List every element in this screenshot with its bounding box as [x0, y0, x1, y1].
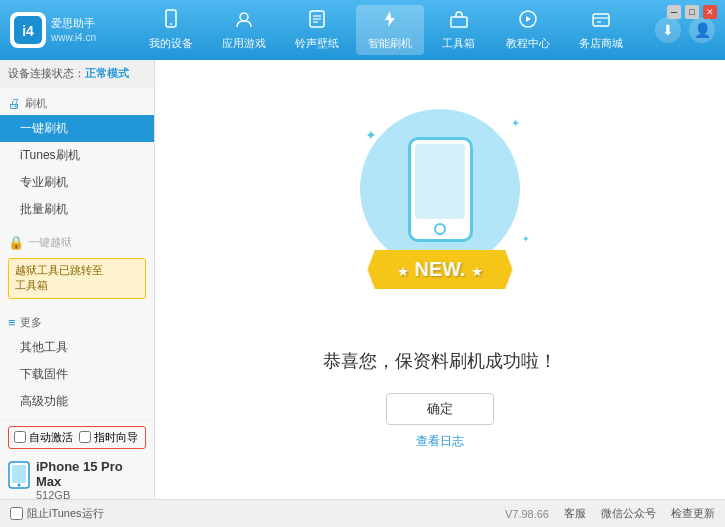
nav-item-smart-flash[interactable]: 智能刷机	[356, 5, 424, 55]
footer-right: V7.98.66 客服 微信公众号 检查更新	[505, 506, 715, 521]
phone-circle	[360, 109, 520, 269]
status-label: 设备连接状态：	[8, 67, 85, 79]
svg-point-15	[18, 483, 21, 486]
device-storage: 512GB	[36, 489, 146, 499]
auto-activate-input[interactable]	[14, 431, 26, 443]
footer-check-update[interactable]: 检查更新	[671, 506, 715, 521]
device-icon	[161, 9, 181, 34]
success-message: 恭喜您，保资料刷机成功啦！	[323, 349, 557, 373]
flash-section-label: 刷机	[25, 96, 47, 111]
sidebar-item-pro-flash[interactable]: 专业刷机	[0, 169, 154, 196]
nav-item-service[interactable]: 务店商城	[567, 5, 635, 55]
nav-item-toolbox[interactable]: 工具箱	[429, 5, 489, 55]
download-button[interactable]: ⬇	[655, 17, 681, 43]
minimize-button[interactable]: ─	[667, 5, 681, 19]
logo-text: 爱思助手 www.i4.cn	[51, 16, 96, 43]
flash-section-icon: 🖨	[8, 96, 21, 111]
auto-activate-row: 自动激活 指时向导	[8, 426, 146, 449]
footer-wechat[interactable]: 微信公众号	[601, 506, 656, 521]
close-button[interactable]: ✕	[703, 5, 717, 19]
maximize-button[interactable]: □	[685, 5, 699, 19]
sidebar-bottom: 自动激活 指时向导 iPhone 15 Pro Max 51	[0, 419, 154, 499]
new-star-left: ★	[398, 265, 409, 279]
flash-section-header: 🖨 刷机	[0, 92, 154, 115]
sidebar-item-one-key-flash[interactable]: 一键刷机	[0, 115, 154, 142]
time-guide-input[interactable]	[79, 431, 91, 443]
footer-customer-service[interactable]: 客服	[564, 506, 586, 521]
header-right: ⬇ 👤	[655, 17, 715, 43]
nav-label-my-device: 我的设备	[149, 36, 193, 51]
more-section-header: ≡ 更多	[0, 311, 154, 334]
confirm-button[interactable]: 确定	[386, 393, 494, 425]
nav-label-smart-flash: 智能刷机	[368, 36, 412, 51]
sidebar-status: 设备连接状态：正常模式	[0, 60, 154, 88]
time-guide-checkbox[interactable]: 指时向导	[79, 430, 138, 445]
sidebar-item-itunes-flash[interactable]: iTunes刷机	[0, 142, 154, 169]
svg-rect-11	[593, 14, 609, 26]
nav-label-tutorial: 教程中心	[506, 36, 550, 51]
sidebar-item-advanced[interactable]: 高级功能	[0, 388, 154, 415]
nav-label-service: 务店商城	[579, 36, 623, 51]
logo-icon: i4	[10, 12, 46, 48]
device-item: iPhone 15 Pro Max 512GB iPhone	[8, 455, 146, 499]
flash-section: 🖨 刷机 一键刷机 iTunes刷机 专业刷机 批量刷机	[0, 88, 154, 227]
phone-screen	[415, 144, 465, 219]
new-star-right: ★	[471, 265, 482, 279]
sidebar-item-batch-flash[interactable]: 批量刷机	[0, 196, 154, 223]
phone-home-button	[434, 223, 446, 235]
ringtone-icon	[307, 9, 327, 34]
view-log-link[interactable]: 查看日志	[416, 433, 464, 450]
device-name: iPhone 15 Pro Max	[36, 459, 146, 489]
nav-item-my-device[interactable]: 我的设备	[137, 5, 205, 55]
svg-rect-14	[12, 465, 26, 483]
new-banner: ★ NEW. ★	[368, 250, 513, 289]
smart-flash-icon	[380, 9, 400, 34]
version-label: V7.98.66	[505, 508, 549, 520]
device-info: iPhone 15 Pro Max 512GB iPhone	[36, 459, 146, 499]
more-icon: ≡	[8, 315, 16, 330]
itunes-label: 阻止iTunes运行	[27, 506, 104, 521]
new-text: NEW.	[414, 258, 465, 280]
svg-point-4	[240, 13, 248, 21]
sidebar-item-download-firmware[interactable]: 下载固件	[0, 361, 154, 388]
sparkle-icon-1: ✦	[365, 127, 377, 143]
nav-item-tutorial[interactable]: 教程中心	[494, 5, 562, 55]
auto-activate-checkbox[interactable]: 自动激活	[14, 430, 73, 445]
content-area: ✦ ✦ ✦ ★ NEW. ★ 恭喜您，保资料刷机成功啦！ 确定 查看日志	[155, 60, 725, 499]
more-section-label: 更多	[20, 315, 42, 330]
nav-label-apps: 应用游戏	[222, 36, 266, 51]
device-phone-icon	[8, 461, 30, 494]
svg-text:i4: i4	[22, 23, 34, 39]
more-section: ≡ 更多 其他工具 下载固件 高级功能	[0, 307, 154, 419]
sidebar: 设备连接状态：正常模式 🖨 刷机 一键刷机 iTunes刷机 专业刷机 批量刷机…	[0, 60, 155, 499]
itunes-checkbox[interactable]: 阻止iTunes运行	[10, 506, 104, 521]
jailbreak-section: 🔒 一键越狱 越狱工具已跳转至工具箱	[0, 227, 154, 307]
nav-item-apps-games[interactable]: 应用游戏	[210, 5, 278, 55]
window-controls: ─ □ ✕	[667, 5, 717, 19]
sparkle-icon-3: ✦	[522, 234, 530, 244]
jailbreak-notice: 越狱工具已跳转至工具箱	[8, 258, 146, 299]
auto-activate-label: 自动激活	[29, 430, 73, 445]
service-icon	[591, 9, 611, 34]
main-layout: 设备连接状态：正常模式 🖨 刷机 一键刷机 iTunes刷机 专业刷机 批量刷机…	[0, 60, 725, 499]
nav-label-toolbox: 工具箱	[442, 36, 475, 51]
header: i4 爱思助手 www.i4.cn 我的设备 应用游戏 铃声壁纸	[0, 0, 725, 60]
itunes-checkbox-input[interactable]	[10, 507, 23, 520]
time-guide-label: 指时向导	[94, 430, 138, 445]
svg-rect-9	[451, 17, 467, 27]
logo[interactable]: i4 爱思助手 www.i4.cn	[10, 12, 96, 48]
footer-left: 阻止iTunes运行	[10, 506, 505, 521]
jailbreak-section-header: 🔒 一键越狱	[0, 231, 154, 254]
sparkle-icon-2: ✦	[511, 117, 520, 130]
sidebar-item-other-tools[interactable]: 其他工具	[0, 334, 154, 361]
nav-label-ringtones: 铃声壁纸	[295, 36, 339, 51]
tutorial-icon	[518, 9, 538, 34]
toolbox-icon	[449, 9, 469, 34]
nav-bar: 我的设备 应用游戏 铃声壁纸 智能刷机 工具箱	[116, 5, 655, 55]
user-button[interactable]: 👤	[689, 17, 715, 43]
phone-body	[408, 137, 473, 242]
apps-icon	[234, 9, 254, 34]
jailbreak-section-label: 一键越狱	[28, 235, 72, 250]
nav-item-ringtones[interactable]: 铃声壁纸	[283, 5, 351, 55]
jailbreak-icon: 🔒	[8, 235, 24, 250]
